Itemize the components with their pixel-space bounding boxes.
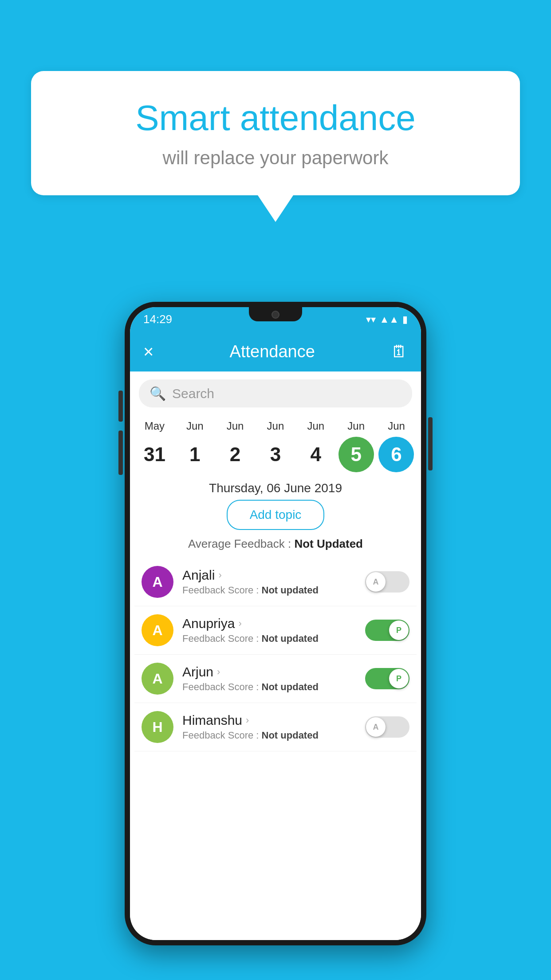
phone-notch: [249, 307, 302, 321]
toggle-2[interactable]: P: [365, 668, 409, 689]
volume-up-button[interactable]: [118, 391, 123, 422]
date-month-3: Jun: [267, 420, 284, 432]
student-feedback-1: Feedback Score : Not updated: [182, 633, 356, 644]
date-month-2: Jun: [227, 420, 244, 432]
speech-bubble-subtitle: will replace your paperwork: [67, 147, 484, 169]
wifi-icon: ▾▾: [366, 314, 376, 325]
avg-feedback-value: Not Updated: [294, 537, 363, 550]
date-item-4[interactable]: Jun4: [298, 420, 334, 472]
student-feedback-0: Feedback Score : Not updated: [182, 585, 356, 596]
search-icon: 🔍: [150, 386, 166, 401]
student-name-2: Arjun ›: [182, 664, 356, 680]
date-month-6: Jun: [388, 420, 405, 432]
toggle-knob-3: A: [366, 717, 386, 737]
date-day-1[interactable]: 1: [177, 437, 213, 472]
date-day-6[interactable]: 6: [378, 437, 414, 472]
average-feedback: Average Feedback : Not Updated: [130, 537, 421, 551]
date-day-2[interactable]: 2: [217, 437, 253, 472]
chevron-icon-1: ›: [238, 618, 241, 629]
student-feedback-3: Feedback Score : Not updated: [182, 730, 356, 741]
phone-frame: 14:29 ▾▾ ▲▲ ▮ × Attendance 🗓 🔍 Search: [125, 302, 426, 945]
date-item-3[interactable]: Jun3: [258, 420, 293, 472]
add-topic-button[interactable]: Add topic: [227, 500, 325, 530]
search-input[interactable]: Search: [172, 386, 214, 401]
toggle-container-1[interactable]: P: [365, 620, 409, 641]
speech-bubble-title: Smart attendance: [67, 98, 484, 138]
student-info-1: Anupriya ›Feedback Score : Not updated: [182, 616, 356, 644]
app-bar-title: Attendance: [230, 342, 315, 361]
student-info-2: Arjun ›Feedback Score : Not updated: [182, 664, 356, 693]
student-list: AAnjali ›Feedback Score : Not updatedAAA…: [130, 558, 421, 751]
volume-down-button[interactable]: [118, 431, 123, 475]
chevron-icon-3: ›: [246, 715, 249, 726]
date-item-0[interactable]: May31: [137, 420, 172, 472]
date-month-4: Jun: [307, 420, 324, 432]
speech-bubble-container: Smart attendance will replace your paper…: [31, 71, 520, 222]
date-day-0[interactable]: 31: [137, 437, 172, 472]
selected-date-label: Thursday, 06 June 2019: [130, 481, 421, 495]
content-area: 🔍 Search May31Jun1Jun2Jun3Jun4Jun5Jun6 T…: [130, 371, 421, 940]
student-name-0: Anjali ›: [182, 568, 356, 583]
student-avatar-1: A: [142, 614, 173, 646]
search-bar[interactable]: 🔍 Search: [139, 379, 412, 407]
date-month-1: Jun: [186, 420, 204, 432]
date-item-1[interactable]: Jun1: [177, 420, 213, 472]
student-info-0: Anjali ›Feedback Score : Not updated: [182, 568, 356, 596]
student-item-0[interactable]: AAnjali ›Feedback Score : Not updatedA: [134, 558, 417, 606]
date-day-3[interactable]: 3: [258, 437, 293, 472]
phone-container: 14:29 ▾▾ ▲▲ ▮ × Attendance 🗓 🔍 Search: [125, 302, 426, 945]
speech-bubble: Smart attendance will replace your paper…: [31, 71, 520, 195]
student-feedback-2: Feedback Score : Not updated: [182, 681, 356, 693]
date-month-5: Jun: [347, 420, 365, 432]
toggle-container-0[interactable]: A: [365, 571, 409, 593]
avg-feedback-label: Average Feedback :: [188, 537, 294, 550]
app-bar: × Attendance 🗓: [130, 332, 421, 371]
camera: [272, 311, 279, 319]
date-item-5[interactable]: Jun5: [338, 420, 374, 472]
chevron-icon-0: ›: [218, 569, 221, 581]
student-avatar-2: A: [142, 663, 173, 695]
calendar-button[interactable]: 🗓: [391, 342, 408, 361]
toggle-knob-2: P: [389, 669, 409, 688]
status-time: 14:29: [143, 312, 172, 326]
student-avatar-0: A: [142, 566, 173, 598]
student-name-1: Anupriya ›: [182, 616, 356, 631]
toggle-0[interactable]: A: [365, 571, 409, 593]
date-selector: May31Jun1Jun2Jun3Jun4Jun5Jun6: [130, 415, 421, 472]
toggle-knob-1: P: [389, 620, 409, 640]
date-day-4[interactable]: 4: [298, 437, 334, 472]
student-item-1[interactable]: AAnupriya ›Feedback Score : Not updatedP: [134, 606, 417, 655]
date-month-0: May: [145, 420, 165, 432]
student-avatar-3: H: [142, 711, 173, 743]
battery-icon: ▮: [402, 314, 408, 325]
student-item-2[interactable]: AArjun ›Feedback Score : Not updatedP: [134, 655, 417, 703]
toggle-container-2[interactable]: P: [365, 668, 409, 689]
power-button[interactable]: [428, 417, 433, 470]
toggle-container-3[interactable]: A: [365, 716, 409, 738]
chevron-icon-2: ›: [217, 666, 220, 678]
signal-icon: ▲▲: [379, 314, 399, 325]
speech-bubble-tail: [258, 195, 293, 222]
date-item-2[interactable]: Jun2: [217, 420, 253, 472]
date-item-6[interactable]: Jun6: [378, 420, 414, 472]
student-item-3[interactable]: HHimanshu ›Feedback Score : Not updatedA: [134, 703, 417, 751]
status-icons: ▾▾ ▲▲ ▮: [366, 314, 408, 325]
student-name-3: Himanshu ›: [182, 713, 356, 728]
student-info-3: Himanshu ›Feedback Score : Not updated: [182, 713, 356, 741]
toggle-1[interactable]: P: [365, 620, 409, 641]
date-day-5[interactable]: 5: [338, 437, 374, 472]
toggle-knob-0: A: [366, 572, 386, 592]
phone-screen: 14:29 ▾▾ ▲▲ ▮ × Attendance 🗓 🔍 Search: [130, 307, 421, 940]
toggle-3[interactable]: A: [365, 716, 409, 738]
close-button[interactable]: ×: [143, 342, 153, 362]
